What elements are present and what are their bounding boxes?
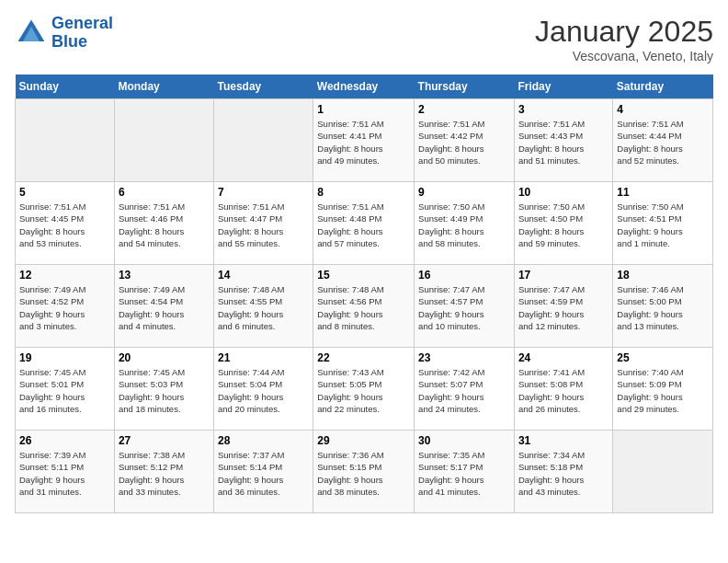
day-number: 13 [119,269,210,282]
calendar-day-cell: 15Sunrise: 7:48 AM Sunset: 4:56 PM Dayli… [313,265,415,348]
calendar-week-row: 1Sunrise: 7:51 AM Sunset: 4:41 PM Daylig… [16,99,713,182]
calendar-day-cell: 7Sunrise: 7:51 AM Sunset: 4:47 PM Daylig… [214,182,313,265]
day-info: Sunrise: 7:41 AM Sunset: 5:08 PM Dayligh… [518,366,609,415]
day-info: Sunrise: 7:51 AM Sunset: 4:47 PM Dayligh… [218,201,309,249]
day-info: Sunrise: 7:50 AM Sunset: 4:49 PM Dayligh… [418,201,510,249]
weekday-header-cell: Wednesday [313,75,415,99]
weekday-header-cell: Friday [514,75,612,99]
day-number: 31 [518,434,609,447]
calendar-day-cell [16,99,115,182]
day-number: 20 [119,351,210,364]
day-number: 2 [418,103,510,116]
day-info: Sunrise: 7:50 AM Sunset: 4:50 PM Dayligh… [518,201,609,249]
calendar-day-cell: 10Sunrise: 7:50 AM Sunset: 4:50 PM Dayli… [514,182,612,265]
calendar-title: January 2025 [535,15,713,49]
calendar-day-cell [214,99,313,182]
calendar-week-row: 12Sunrise: 7:49 AM Sunset: 4:52 PM Dayli… [16,265,713,348]
day-number: 21 [218,351,309,364]
weekday-header-cell: Thursday [415,75,515,99]
calendar-day-cell: 17Sunrise: 7:47 AM Sunset: 4:59 PM Dayli… [514,265,612,348]
day-info: Sunrise: 7:47 AM Sunset: 4:57 PM Dayligh… [418,283,510,332]
day-info: Sunrise: 7:35 AM Sunset: 5:17 PM Dayligh… [418,449,510,498]
calendar-week-row: 19Sunrise: 7:45 AM Sunset: 5:01 PM Dayli… [16,348,713,431]
day-info: Sunrise: 7:48 AM Sunset: 4:55 PM Dayligh… [218,283,309,332]
day-number: 16 [418,269,510,282]
day-number: 29 [317,434,410,447]
day-info: Sunrise: 7:44 AM Sunset: 5:04 PM Dayligh… [218,366,309,415]
day-info: Sunrise: 7:42 AM Sunset: 5:07 PM Dayligh… [418,366,510,415]
day-number: 27 [119,434,210,447]
logo-text: General Blue [51,15,113,52]
calendar-day-cell: 4Sunrise: 7:51 AM Sunset: 4:44 PM Daylig… [613,99,713,182]
calendar-day-cell [114,99,213,182]
calendar-day-cell: 24Sunrise: 7:41 AM Sunset: 5:08 PM Dayli… [514,348,612,431]
weekday-header-row: SundayMondayTuesdayWednesdayThursdayFrid… [16,75,713,99]
day-info: Sunrise: 7:46 AM Sunset: 5:00 PM Dayligh… [617,283,709,332]
day-number: 17 [518,269,609,282]
day-info: Sunrise: 7:51 AM Sunset: 4:48 PM Dayligh… [317,201,410,249]
calendar-day-cell: 30Sunrise: 7:35 AM Sunset: 5:17 PM Dayli… [415,431,515,513]
calendar-day-cell: 22Sunrise: 7:43 AM Sunset: 5:05 PM Dayli… [313,348,415,431]
day-info: Sunrise: 7:38 AM Sunset: 5:12 PM Dayligh… [119,449,210,498]
day-number: 1 [317,103,410,116]
title-section: January 2025 Vescovana, Veneto, Italy [535,15,713,63]
calendar-week-row: 26Sunrise: 7:39 AM Sunset: 5:11 PM Dayli… [16,431,713,513]
calendar-day-cell: 11Sunrise: 7:50 AM Sunset: 4:51 PM Dayli… [613,182,713,265]
day-info: Sunrise: 7:51 AM Sunset: 4:44 PM Dayligh… [617,118,709,167]
day-info: Sunrise: 7:51 AM Sunset: 4:43 PM Dayligh… [518,118,609,167]
day-number: 3 [518,103,609,116]
day-info: Sunrise: 7:45 AM Sunset: 5:01 PM Dayligh… [19,366,110,415]
calendar-day-cell: 12Sunrise: 7:49 AM Sunset: 4:52 PM Dayli… [16,265,115,348]
day-number: 11 [617,186,709,199]
calendar-week-row: 5Sunrise: 7:51 AM Sunset: 4:45 PM Daylig… [16,182,713,265]
day-number: 5 [19,186,110,199]
calendar-day-cell: 21Sunrise: 7:44 AM Sunset: 5:04 PM Dayli… [214,348,313,431]
calendar-day-cell: 13Sunrise: 7:49 AM Sunset: 4:54 PM Dayli… [114,265,213,348]
weekday-header-cell: Saturday [613,75,713,99]
day-number: 28 [218,434,309,447]
calendar-day-cell: 5Sunrise: 7:51 AM Sunset: 4:45 PM Daylig… [16,182,115,265]
day-number: 6 [119,186,210,199]
calendar-day-cell: 25Sunrise: 7:40 AM Sunset: 5:09 PM Dayli… [613,348,713,431]
day-info: Sunrise: 7:51 AM Sunset: 4:45 PM Dayligh… [19,201,110,249]
calendar-day-cell: 14Sunrise: 7:48 AM Sunset: 4:55 PM Dayli… [214,265,313,348]
day-number: 23 [418,351,510,364]
calendar-day-cell: 6Sunrise: 7:51 AM Sunset: 4:46 PM Daylig… [114,182,213,265]
day-info: Sunrise: 7:51 AM Sunset: 4:46 PM Dayligh… [119,201,210,249]
day-number: 15 [317,269,410,282]
day-info: Sunrise: 7:49 AM Sunset: 4:52 PM Dayligh… [19,283,110,332]
day-number: 22 [317,351,410,364]
day-info: Sunrise: 7:43 AM Sunset: 5:05 PM Dayligh… [317,366,410,415]
calendar-day-cell: 16Sunrise: 7:47 AM Sunset: 4:57 PM Dayli… [415,265,515,348]
day-info: Sunrise: 7:49 AM Sunset: 4:54 PM Dayligh… [119,283,210,332]
day-info: Sunrise: 7:37 AM Sunset: 5:14 PM Dayligh… [218,449,309,498]
calendar-header: SundayMondayTuesdayWednesdayThursdayFrid… [16,75,713,99]
day-number: 8 [317,186,410,199]
calendar-day-cell: 29Sunrise: 7:36 AM Sunset: 5:15 PM Dayli… [313,431,415,513]
calendar-day-cell: 9Sunrise: 7:50 AM Sunset: 4:49 PM Daylig… [415,182,515,265]
logo: General Blue [15,15,113,52]
weekday-header-cell: Sunday [16,75,115,99]
day-info: Sunrise: 7:48 AM Sunset: 4:56 PM Dayligh… [317,283,410,332]
logo-icon [15,17,48,50]
calendar-day-cell: 27Sunrise: 7:38 AM Sunset: 5:12 PM Dayli… [114,431,213,513]
calendar-day-cell [613,431,713,513]
calendar-day-cell: 3Sunrise: 7:51 AM Sunset: 4:43 PM Daylig… [514,99,612,182]
weekday-header-cell: Tuesday [214,75,313,99]
calendar-day-cell: 20Sunrise: 7:45 AM Sunset: 5:03 PM Dayli… [114,348,213,431]
calendar-day-cell: 28Sunrise: 7:37 AM Sunset: 5:14 PM Dayli… [214,431,313,513]
day-info: Sunrise: 7:45 AM Sunset: 5:03 PM Dayligh… [119,366,210,415]
calendar-day-cell: 18Sunrise: 7:46 AM Sunset: 5:00 PM Dayli… [613,265,713,348]
day-number: 18 [617,269,709,282]
calendar-day-cell: 2Sunrise: 7:51 AM Sunset: 4:42 PM Daylig… [415,99,515,182]
day-number: 12 [19,269,110,282]
day-info: Sunrise: 7:51 AM Sunset: 4:41 PM Dayligh… [317,118,410,167]
day-number: 9 [418,186,510,199]
day-info: Sunrise: 7:36 AM Sunset: 5:15 PM Dayligh… [317,449,410,498]
day-number: 7 [218,186,309,199]
day-number: 30 [418,434,510,447]
day-info: Sunrise: 7:50 AM Sunset: 4:51 PM Dayligh… [617,201,709,249]
day-number: 19 [19,351,110,364]
calendar-day-cell: 23Sunrise: 7:42 AM Sunset: 5:07 PM Dayli… [415,348,515,431]
day-number: 14 [218,269,309,282]
